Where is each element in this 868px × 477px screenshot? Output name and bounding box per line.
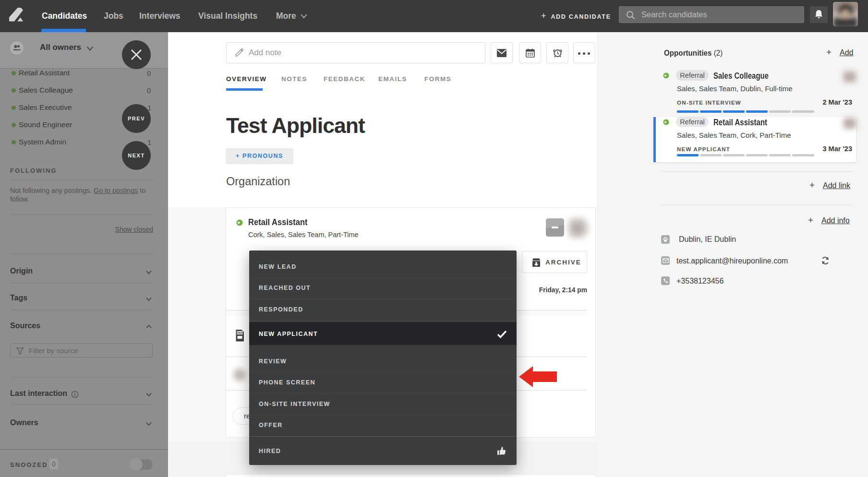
svg-text:PDF: PDF [237, 332, 243, 334]
